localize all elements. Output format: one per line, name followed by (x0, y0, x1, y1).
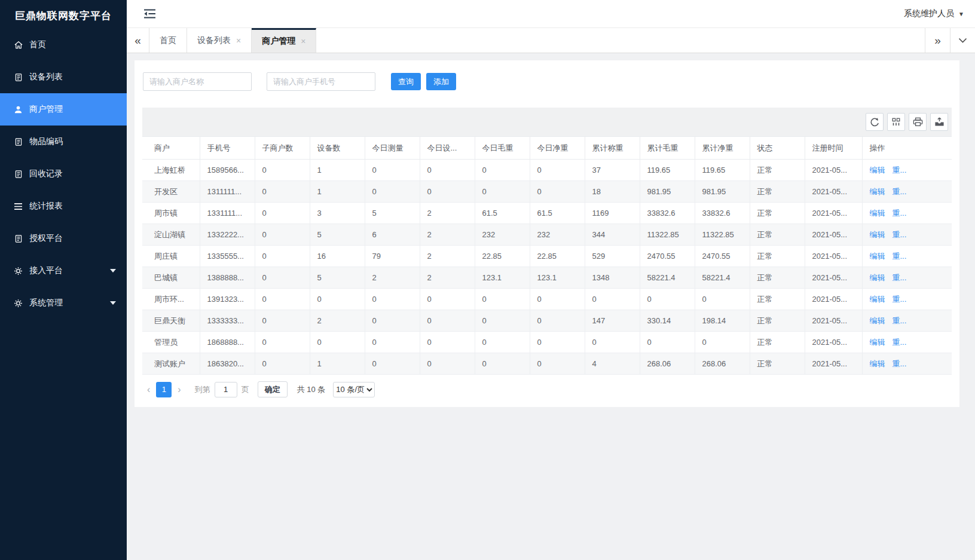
reset-link[interactable]: 重... (893, 316, 907, 325)
edit-link[interactable]: 编辑 (870, 295, 885, 304)
table-cell: 33832.6 (640, 203, 695, 224)
table-cell: 1311111... (200, 181, 255, 203)
table-cell: 0 (530, 353, 585, 375)
reset-link[interactable]: 重... (893, 252, 907, 261)
table-cell: 0 (365, 289, 420, 310)
sidebar-item-system-management[interactable]: 系统管理 (0, 287, 127, 319)
gear-icon (13, 299, 23, 308)
tabs-scroll-left-icon[interactable]: « (127, 28, 149, 53)
sidebar-item-home[interactable]: 首页 (0, 29, 127, 61)
edit-link[interactable]: 编辑 (870, 209, 885, 218)
table-cell: 123.1 (530, 267, 585, 289)
table-cell: 1333333... (200, 310, 255, 332)
user-menu[interactable]: 系统维护人员 ▼ (904, 8, 964, 19)
reset-link[interactable]: 重... (893, 166, 907, 175)
edit-link[interactable]: 编辑 (870, 316, 885, 325)
sidebar-item-access-platform[interactable]: 接入平台 (0, 255, 127, 287)
tab-label: 设备列表 (197, 35, 231, 46)
sidebar-item-statistics-report[interactable]: 统计报表 (0, 190, 127, 222)
table-cell: 正常 (750, 332, 805, 353)
pagination: ‹ 1 › 到第 页 确定 共 10 条 10 条/页 (142, 375, 952, 404)
table-cell: 529 (585, 246, 640, 267)
table-cell: 正常 (750, 246, 805, 267)
reset-link[interactable]: 重... (893, 295, 907, 304)
table-cell: 0 (365, 353, 420, 375)
print-button[interactable] (909, 113, 927, 131)
topbar: 系统维护人员 ▼ (127, 0, 975, 28)
export-button[interactable] (930, 113, 948, 131)
caret-down-icon (110, 269, 116, 273)
table-header-row: 商户手机号子商户数设备数今日测量今日设...今日毛重今日净重累计称重累计毛重累计… (142, 137, 952, 160)
sidebar-item-recycle-records[interactable]: 回收记录 (0, 158, 127, 190)
next-page-icon[interactable]: › (173, 384, 185, 395)
prev-page-icon[interactable]: ‹ (143, 384, 154, 395)
add-button[interactable]: 添加 (426, 73, 456, 90)
table-cell: 0 (475, 289, 530, 310)
page-number[interactable]: 1 (156, 382, 172, 397)
table-cell: 0 (310, 332, 365, 353)
table-cell: 33832.6 (695, 203, 750, 224)
sidebar-item-authorized-platform[interactable]: 授权平台 (0, 222, 127, 255)
refresh-button[interactable] (866, 113, 884, 131)
reset-link[interactable]: 重... (893, 209, 907, 218)
tab-home[interactable]: 首页 (149, 28, 187, 53)
table-cell: 330.14 (640, 310, 695, 332)
reset-link[interactable]: 重... (893, 338, 907, 347)
sidebar-item-label: 授权平台 (29, 233, 63, 244)
edit-link[interactable]: 编辑 (870, 252, 885, 261)
edit-link[interactable]: 编辑 (870, 338, 885, 347)
table-cell: 61.5 (475, 203, 530, 224)
lines-icon (13, 203, 23, 210)
column-header: 累计毛重 (640, 137, 695, 160)
confirm-button[interactable]: 确定 (258, 381, 288, 397)
merchant-table: 商户手机号子商户数设备数今日测量今日设...今日毛重今日净重累计称重累计毛重累计… (142, 136, 952, 375)
table-row: 周庄镇1335555...01679222.8522.855292470.552… (142, 246, 952, 267)
tab-device-list[interactable]: 设备列表× (187, 28, 252, 53)
user-name: 系统维护人员 (904, 8, 954, 19)
tabs-scroll-right-icon[interactable]: » (925, 28, 950, 53)
reset-link[interactable]: 重... (893, 187, 907, 196)
edit-link[interactable]: 编辑 (870, 273, 885, 282)
table-cell: 0 (420, 332, 475, 353)
table-cell: 2021-05... (805, 181, 862, 203)
sidebar-item-merchant-management[interactable]: 商户管理 (0, 93, 127, 126)
table-cell: 5 (365, 203, 420, 224)
table-cell: 58221.4 (640, 267, 695, 289)
edit-link[interactable]: 编辑 (870, 359, 885, 368)
table-cell: 2021-05... (805, 224, 862, 246)
sidebar-item-item-code[interactable]: 物品编码 (0, 126, 127, 158)
columns-button[interactable] (887, 113, 905, 131)
main-area: 系统维护人员 ▼ « 首页设备列表×商户管理× » 查询 添加 (127, 0, 975, 560)
table-cell: 0 (255, 353, 310, 375)
reset-link[interactable]: 重... (893, 359, 907, 368)
edit-link[interactable]: 编辑 (870, 166, 885, 175)
table-cell: 22.85 (530, 246, 585, 267)
sidebar-item-label: 设备列表 (29, 72, 63, 82)
sidebar-item-device-list[interactable]: 设备列表 (0, 61, 127, 93)
tab-close-icon[interactable]: × (301, 36, 305, 46)
table-cell: 1348 (585, 267, 640, 289)
goto-page-input[interactable] (215, 382, 237, 397)
table-cell: 1335555... (200, 246, 255, 267)
edit-link[interactable]: 编辑 (870, 187, 885, 196)
query-button[interactable]: 查询 (391, 73, 421, 90)
sidebar-item-label: 系统管理 (29, 298, 63, 308)
table-cell: 上海虹桥 (142, 160, 200, 181)
tabbar: « 首页设备列表×商户管理× » (127, 28, 975, 53)
table-cell: 0 (420, 353, 475, 375)
tab-close-icon[interactable]: × (236, 36, 241, 45)
page-size-select[interactable]: 10 条/页 (333, 382, 375, 397)
reset-link[interactable]: 重... (893, 273, 907, 282)
table-row: 测试账户1863820...0100004268.06268.06正常2021-… (142, 353, 952, 375)
sidebar-fold-icon[interactable] (143, 8, 156, 19)
column-header: 累计净重 (695, 137, 750, 160)
merchant-phone-input[interactable] (267, 72, 375, 91)
edit-link[interactable]: 编辑 (870, 230, 885, 239)
tabs-menu-chevron-icon[interactable] (950, 28, 975, 53)
reset-link[interactable]: 重... (893, 230, 907, 239)
merchant-card: 查询 添加 商户手机号子商户数设备数今日测量今日设...今日毛重今日净重累计称重… (135, 60, 959, 407)
column-header: 子商户数 (255, 137, 310, 160)
page-word: 页 (242, 384, 249, 395)
tab-merchant-management[interactable]: 商户管理× (252, 28, 316, 53)
merchant-name-input[interactable] (143, 72, 252, 91)
